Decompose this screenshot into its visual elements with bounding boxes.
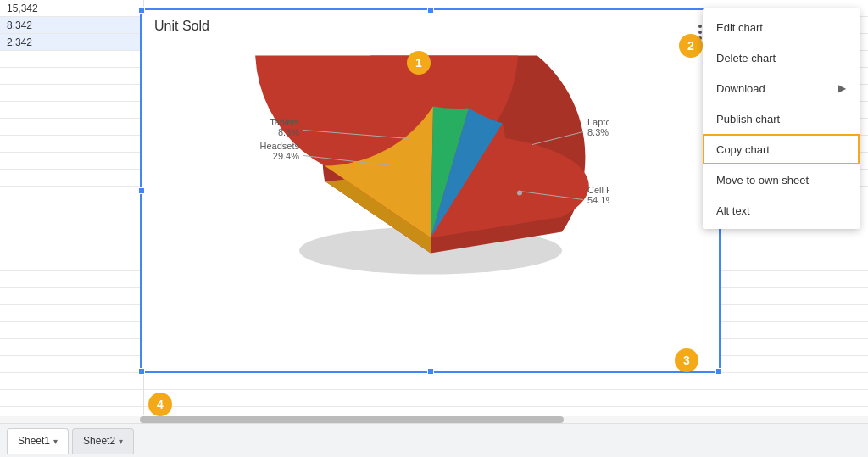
menu-item-download[interactable]: Download ▶ <box>703 73 860 103</box>
headsets-pct: 29.4% <box>272 151 298 161</box>
grid-row <box>0 271 143 288</box>
grid-row <box>0 51 143 68</box>
grid-row <box>0 373 143 390</box>
menu-item-copy-chart[interactable]: Copy chart <box>703 134 860 164</box>
tab-dropdown-icon-sheet1[interactable]: ▾ <box>53 437 58 446</box>
tab-label-sheet2: Sheet2 <box>83 435 115 447</box>
chart-title: Unit Sold <box>142 10 719 38</box>
laptop-label: Laptop <box>587 117 609 127</box>
menu-item-edit-chart[interactable]: Edit chart <box>703 12 860 42</box>
grid-row <box>0 187 143 203</box>
badge-label-1: 1 <box>415 56 422 70</box>
menu-item-delete-chart[interactable]: Delete chart <box>703 42 860 73</box>
menu-label-edit-chart: Edit chart <box>716 21 763 34</box>
resize-handle-tc[interactable] <box>427 7 434 14</box>
grid-row <box>0 85 143 102</box>
badge-4: 4 <box>148 393 172 416</box>
cell-value: 15,342 <box>7 3 38 14</box>
badge-label-4: 4 <box>157 398 164 411</box>
grid-row <box>0 254 143 271</box>
menu-label-publish-chart: Publish chart <box>716 113 780 125</box>
grid-row <box>0 136 143 153</box>
chart-area: Tablets 8.3% Headsets 29.4% Laptop 8.3% … <box>142 38 719 343</box>
menu-item-publish-chart[interactable]: Publish chart <box>703 103 860 134</box>
headsets-label: Headsets <box>259 141 299 151</box>
scrollbar-area[interactable] <box>0 416 868 423</box>
tab-sheet1[interactable]: Sheet1 ▾ <box>7 428 69 454</box>
badge-1: 1 <box>407 51 431 75</box>
badge-label-3: 3 <box>683 354 690 367</box>
grid-row <box>0 356 143 373</box>
download-arrow-icon: ▶ <box>838 82 846 94</box>
grid-row: 15,342 <box>0 0 143 17</box>
resize-handle-tl[interactable] <box>138 7 145 14</box>
dot <box>698 31 702 34</box>
grid-row <box>0 153 143 170</box>
tab-label-sheet1: Sheet1 <box>18 435 50 447</box>
cellphone-pct: 54.1% <box>587 195 609 205</box>
menu-item-alt-text[interactable]: Alt text <box>703 195 860 226</box>
cell-value: 2,342 <box>7 36 32 48</box>
menu-label-download: Download <box>716 82 765 95</box>
spreadsheet: 15,342 8,342 2,342 Unit Sold <box>0 0 868 457</box>
grid-row: 8,342 <box>0 17 143 34</box>
menu-label-delete-chart: Delete chart <box>716 52 776 64</box>
label-dot-cellphone <box>517 191 522 196</box>
resize-handle-bc[interactable] <box>427 368 434 375</box>
tab-sheet2[interactable]: Sheet2 ▾ <box>72 428 134 454</box>
grid-row <box>0 305 143 322</box>
menu-item-move-to-own-sheet[interactable]: Move to own sheet <box>703 164 860 195</box>
grid-row <box>0 220 143 237</box>
resize-handle-bl[interactable] <box>138 368 145 375</box>
laptop-pct: 8.3% <box>587 127 609 137</box>
sheet-grid: 15,342 8,342 2,342 <box>0 0 144 415</box>
context-menu: Edit chart Delete chart Download ▶ Publi… <box>703 8 860 229</box>
grid-row <box>0 170 143 187</box>
tab-bar: Sheet1 ▾ Sheet2 ▾ <box>0 423 868 457</box>
grid-row <box>0 237 143 254</box>
badge-3: 3 <box>675 348 698 372</box>
tablets-pct: 8.3% <box>277 127 298 137</box>
tablets-label: Tablets <box>270 117 299 127</box>
grid-row <box>0 119 143 136</box>
grid-row <box>0 322 143 339</box>
grid-row <box>0 203 143 220</box>
resize-handle-br[interactable] <box>715 368 722 375</box>
grid-row <box>0 288 143 305</box>
scrollbar-thumb[interactable] <box>140 416 564 423</box>
badge-2: 2 <box>679 34 703 58</box>
badge-label-2: 2 <box>687 39 694 53</box>
grid-row <box>0 102 143 119</box>
menu-label-copy-chart: Copy chart <box>716 143 770 156</box>
grid-row: 2,342 <box>0 34 143 51</box>
pie-chart: Tablets 8.3% Headsets 29.4% Laptop 8.3% … <box>253 56 609 302</box>
cell-value: 8,342 <box>7 20 32 31</box>
tab-dropdown-icon-sheet2[interactable]: ▾ <box>119 437 123 446</box>
menu-label-move-to-own-sheet: Move to own sheet <box>716 174 809 187</box>
cellphone-label: Cell Phone <box>587 185 609 195</box>
menu-label-alt-text: Alt text <box>716 204 750 217</box>
grid-row <box>0 339 143 356</box>
grid-row <box>0 68 143 85</box>
dot <box>698 25 702 28</box>
